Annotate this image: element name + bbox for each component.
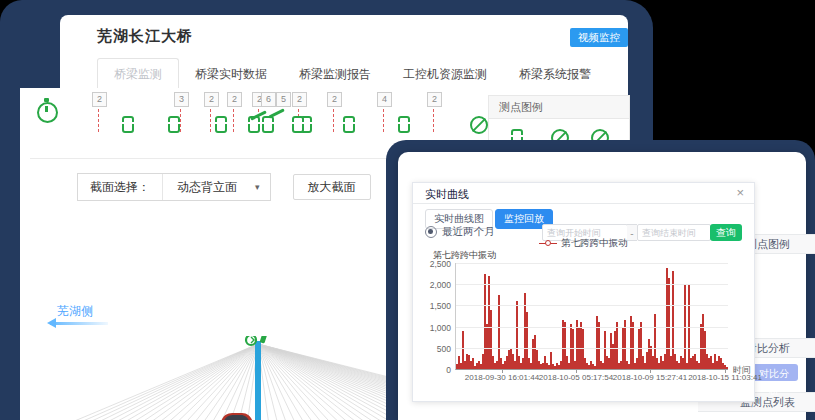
section-select-group: 截面选择： 动态背立面 ▾ xyxy=(77,173,271,201)
x-axis-tick xyxy=(650,369,651,373)
x-axis-tick xyxy=(502,369,503,373)
chart-bar xyxy=(726,367,728,369)
tab-3[interactable]: 桥梁监测报告 xyxy=(283,59,387,90)
bridge-side-label: 芜湖侧 xyxy=(57,303,93,320)
gridline xyxy=(456,284,728,285)
x-axis-tick-label: 2018-09-30 16:01:44 xyxy=(462,373,542,382)
chart-bars xyxy=(456,263,728,369)
y-axis-tick-label: 0 xyxy=(413,365,451,375)
sensor-dashed-line-icon xyxy=(210,109,211,132)
legend-line-marker-icon xyxy=(539,240,557,246)
sensor-dashed-line-icon xyxy=(98,109,99,132)
left-arrow-icon xyxy=(50,322,108,325)
x-axis-tick-label: 2018-10-15 11:03:41 xyxy=(685,373,765,382)
sensor-count-badge: 2 xyxy=(92,92,107,107)
enlarge-section-button[interactable]: 放大截面 xyxy=(293,174,371,200)
section-select-label: 截面选择： xyxy=(78,174,163,200)
sensor-count-badge: 2 xyxy=(204,92,219,107)
sensor-dashed-line-icon xyxy=(383,109,384,132)
link-sensor-icon xyxy=(122,116,134,133)
y-axis-tick-label: 2,500 xyxy=(413,259,451,269)
sensor-count-badge: 2 xyxy=(427,92,442,107)
stopwatch-icon xyxy=(37,102,58,123)
legend-panel-title: 测点图例 xyxy=(489,96,629,119)
dialog-title: 实时曲线 xyxy=(413,183,754,202)
screen: 芜湖长江大桥 桥梁监测桥梁实时数据桥梁监测报告工控机资源监测桥梁系统报警视频监控… xyxy=(0,0,815,420)
y-axis-tick-label: 2,000 xyxy=(413,280,451,290)
chart-legend-label: 第七跨跨中振动 xyxy=(561,237,628,248)
link-sensor-icon xyxy=(292,116,304,133)
realtime-curve-dialog: 实时曲线 × 实时曲线图监控回放 最近两个月 - 查询 第七跨跨中振动 第七跨跨… xyxy=(412,182,755,402)
no-entry-icon xyxy=(470,116,488,134)
tab-5[interactable]: 桥梁系统报警 xyxy=(503,59,607,90)
sensor-count-badge: 6 xyxy=(261,92,276,107)
link-sensor-icon xyxy=(215,116,227,133)
sensor-count-badge: 4 xyxy=(377,92,392,107)
sensor-strip: 测点图例 23222652242 xyxy=(20,88,628,144)
section-select-dropdown[interactable]: 动态背立面 xyxy=(163,179,255,196)
y-axis-tick-label: 500 xyxy=(413,344,451,354)
chart-bar xyxy=(632,322,634,369)
tab-1[interactable]: 桥梁监测 xyxy=(97,58,179,91)
gridline xyxy=(456,348,728,349)
link-sensor-icon xyxy=(262,116,274,133)
link-sensor-icon xyxy=(168,116,180,133)
close-icon[interactable]: × xyxy=(736,185,744,201)
page-title: 芜湖长江大桥 xyxy=(60,15,628,46)
link-sensor-icon xyxy=(398,116,410,133)
gridline xyxy=(456,305,728,306)
sensor-count-badge: 5 xyxy=(276,92,291,107)
sensor-dashed-line-icon xyxy=(433,109,434,132)
tab-4[interactable]: 工控机资源监测 xyxy=(387,59,503,90)
link-sensor-icon xyxy=(343,116,355,133)
video-monitor-button[interactable]: 视频监控 xyxy=(570,28,628,47)
sensor-dashed-line-icon xyxy=(233,109,234,132)
tab-bar: 桥梁监测桥梁实时数据桥梁监测报告工控机资源监测桥梁系统报警视频监控 xyxy=(97,60,628,91)
sensor-count-badge: 2 xyxy=(292,92,307,107)
chart-plot-area xyxy=(455,263,728,370)
dialog-header: 实时曲线 × xyxy=(413,183,754,204)
y-axis-tick-label: 1,500 xyxy=(413,301,451,311)
x-axis-tick xyxy=(725,369,726,373)
x-axis-tick xyxy=(576,369,577,373)
x-axis-tick-label: 2018-10-05 05:17:54 xyxy=(536,373,616,382)
main-window-header: 芜湖长江大桥 桥梁监测桥梁实时数据桥梁监测报告工控机资源监测桥梁系统报警视频监控 xyxy=(60,15,628,91)
y-axis-tick-label: 1,000 xyxy=(413,323,451,333)
chevron-down-icon[interactable]: ▾ xyxy=(255,182,270,192)
gridline xyxy=(456,263,728,264)
accelerometer-icon xyxy=(268,108,285,118)
sensor-dashed-line-icon xyxy=(333,109,334,132)
sensor-count-badge: 3 xyxy=(174,92,189,107)
tab-2[interactable]: 桥梁实时数据 xyxy=(179,59,283,90)
chart-bar xyxy=(616,322,618,369)
modal-window: 测点图例 对比分析 监测点列表 温度 ( 9 ) 对比分析 实时曲线 × 实时曲… xyxy=(398,152,806,420)
sensor-dashed-line-icon xyxy=(180,109,181,132)
gridline xyxy=(456,327,728,328)
sensor-count-badge: 2 xyxy=(227,92,242,107)
sensor-count-badge: 2 xyxy=(327,92,342,107)
x-axis-tick-label: 2018-10-09 15:27:41 xyxy=(610,373,690,382)
